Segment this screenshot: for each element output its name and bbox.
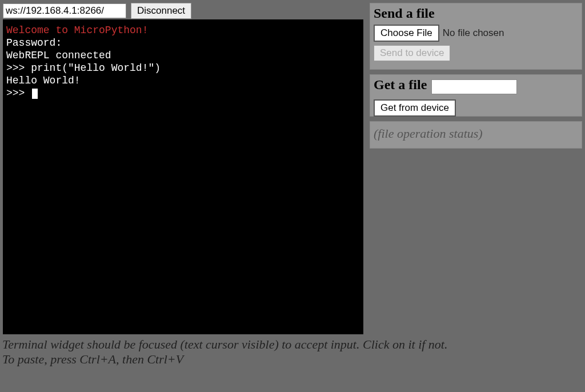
terminal-line: WebREPL connected xyxy=(6,49,360,62)
connection-bar: Disconnect xyxy=(3,3,191,19)
terminal[interactable]: Welcome to MicroPython! Password: WebREP… xyxy=(3,19,363,334)
file-chosen-status: No file chosen xyxy=(443,27,504,39)
hint-text: Terminal widget should be focused (text … xyxy=(2,337,447,367)
send-file-title: Send a file xyxy=(374,6,435,21)
hint-line-1: Terminal widget should be focused (text … xyxy=(2,337,447,352)
send-file-panel: Send a file Choose File No file chosen S… xyxy=(370,3,582,70)
get-from-device-button[interactable]: Get from device xyxy=(374,99,456,117)
file-operation-status-panel: (file operation status) xyxy=(370,121,582,149)
file-operation-status-text: (file operation status) xyxy=(374,126,483,141)
terminal-welcome-line: Welcome to MicroPython! xyxy=(6,24,360,37)
terminal-line: Password: xyxy=(6,37,360,49)
cursor-icon xyxy=(32,89,38,99)
websocket-url-input[interactable] xyxy=(3,3,126,18)
terminal-prompt-line: >>> xyxy=(6,87,360,99)
disconnect-button[interactable]: Disconnect xyxy=(131,3,191,19)
terminal-line: >>> print("Hello World!") xyxy=(6,62,360,74)
get-filename-input[interactable] xyxy=(431,79,517,94)
choose-file-button[interactable]: Choose File xyxy=(374,25,439,42)
hint-line-2: To paste, press Ctrl+A, then Ctrl+V xyxy=(2,352,447,367)
terminal-line: Hello World! xyxy=(6,74,360,87)
get-file-panel: Get a file Get from device xyxy=(370,74,582,117)
get-file-title: Get a file xyxy=(374,77,427,93)
send-to-device-button[interactable]: Send to device xyxy=(374,45,450,61)
